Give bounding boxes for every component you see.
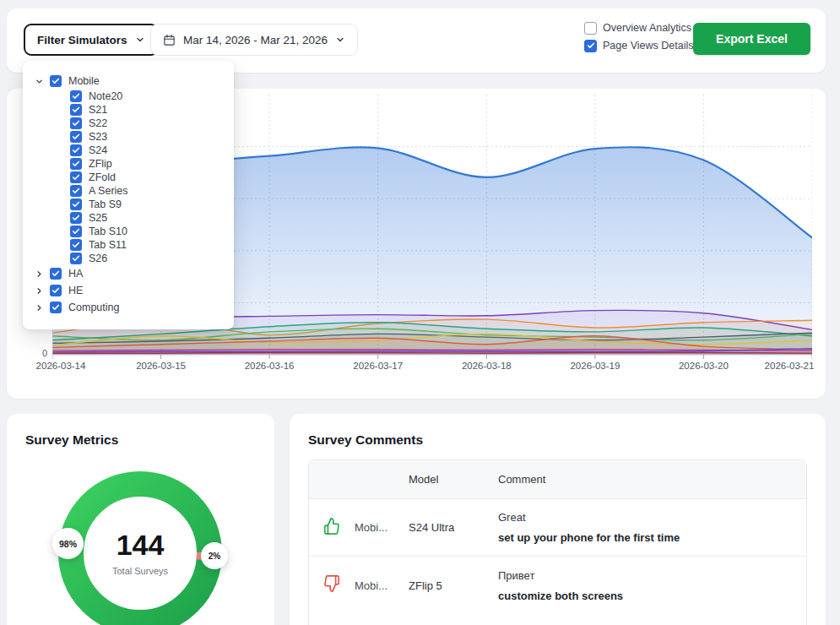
checked-checkbox-icon[interactable] bbox=[70, 171, 82, 183]
checked-checkbox-icon[interactable] bbox=[50, 268, 62, 280]
y-axis-zero-label: 0 bbox=[32, 348, 47, 358]
tree-item-computing[interactable]: Computing bbox=[23, 299, 234, 316]
checked-checkbox-icon[interactable] bbox=[70, 104, 82, 116]
calendar-icon bbox=[163, 34, 176, 46]
x-axis-label: 2026-03-16 bbox=[245, 361, 295, 371]
x-axis: 2026-03-142026-03-152026-03-162026-03-17… bbox=[52, 361, 812, 374]
view-options-group: Overview AnalyticsPage Views Details bbox=[584, 21, 693, 52]
tree-item-label: S23 bbox=[89, 131, 107, 143]
tree-item-label: S25 bbox=[89, 212, 107, 224]
tree-item-label: ZFold bbox=[89, 171, 116, 183]
tree-item-label: Mobile bbox=[68, 75, 100, 87]
table-header-row: Model Comment bbox=[309, 460, 806, 499]
table-row bbox=[309, 614, 806, 625]
checked-checkbox-icon[interactable] bbox=[70, 90, 82, 102]
checked-checkbox-icon[interactable] bbox=[50, 75, 62, 87]
chevron-down-icon bbox=[135, 35, 145, 45]
export-excel-button[interactable]: Export Excel bbox=[693, 23, 810, 55]
survey-comments-card: Survey Comments Model Comment Mobi...S24… bbox=[290, 414, 826, 625]
tree-item-he[interactable]: HE bbox=[23, 282, 234, 299]
comment-category: Mobi... bbox=[355, 579, 409, 592]
tree-item-label: A Series bbox=[89, 185, 128, 197]
tree-item-tab-s11[interactable]: Tab S11 bbox=[23, 238, 234, 252]
x-axis-label: 2026-03-15 bbox=[136, 361, 186, 371]
x-axis-label: 2026-03-19 bbox=[570, 361, 620, 371]
date-range-picker[interactable]: Mar 14, 2026 - Mar 21, 2026 bbox=[150, 24, 358, 56]
checkbox-label: Overview Analytics bbox=[603, 22, 691, 34]
tree-item-tab-s10[interactable]: Tab S10 bbox=[23, 225, 234, 238]
tree-item-label: S22 bbox=[89, 117, 107, 129]
tree-item-label: S26 bbox=[89, 253, 107, 264]
simulator-tree: MobileNote20S21S22S23S24ZFlipZFoldA Seri… bbox=[23, 73, 234, 316]
tree-item-label: S21 bbox=[89, 104, 107, 116]
checked-checkbox-icon[interactable] bbox=[70, 212, 82, 224]
tree-item-label: Tab S10 bbox=[89, 226, 127, 237]
comment-model: ZFlip 5 bbox=[409, 579, 498, 592]
donut-slice-positive bbox=[71, 484, 209, 622]
survey-metrics-title: Survey Metrics bbox=[25, 432, 118, 448]
checked-checkbox-icon[interactable] bbox=[70, 185, 82, 197]
tree-item-s21[interactable]: S21 bbox=[23, 103, 234, 117]
checked-checkbox-icon[interactable] bbox=[70, 253, 82, 264]
checked-checkbox-icon[interactable] bbox=[70, 144, 82, 156]
unchecked-checkbox-icon[interactable] bbox=[584, 22, 597, 35]
tree-item-label: Tab S9 bbox=[89, 198, 122, 210]
table-row[interactable]: Mobi...ZFlip 5Приветcustomize both scree… bbox=[309, 557, 806, 614]
checked-checkbox-icon[interactable] bbox=[70, 239, 82, 251]
series-line-crimson bbox=[52, 352, 812, 353]
tree-item-zflip[interactable]: ZFlip bbox=[23, 157, 234, 171]
x-axis-label: 2026-03-20 bbox=[679, 361, 729, 371]
checked-checkbox-icon[interactable] bbox=[70, 198, 82, 210]
tree-item-s25[interactable]: S25 bbox=[23, 211, 234, 225]
survey-metrics-card: Survey Metrics 144 Total Surveys 98% 2% bbox=[7, 414, 274, 625]
date-range-label: Mar 14, 2026 - Mar 21, 2026 bbox=[183, 34, 328, 46]
checked-checkbox-icon[interactable] bbox=[70, 158, 82, 170]
filter-simulators-dropdown: MobileNote20S21S22S23S24ZFlipZFoldA Seri… bbox=[23, 61, 234, 329]
filter-simulators-button[interactable]: Filter Simulators bbox=[24, 24, 159, 56]
comment-category: Mobi... bbox=[355, 521, 409, 534]
x-axis-label: 2026-03-21 bbox=[765, 361, 815, 371]
comment-text: Greatset up your phone for the first tim… bbox=[498, 503, 806, 552]
chevron-right-icon[interactable] bbox=[33, 269, 45, 279]
checked-checkbox-icon[interactable] bbox=[70, 226, 82, 237]
checked-checkbox-icon[interactable] bbox=[50, 302, 62, 313]
x-axis-label: 2026-03-14 bbox=[36, 361, 86, 371]
tree-item-zfold[interactable]: ZFold bbox=[23, 171, 234, 184]
tree-item-label: HA bbox=[68, 268, 83, 280]
checked-checkbox-icon[interactable] bbox=[70, 131, 82, 143]
chevron-right-icon[interactable] bbox=[33, 303, 45, 312]
checked-checkbox-icon[interactable] bbox=[70, 117, 82, 129]
tree-item-s23[interactable]: S23 bbox=[23, 130, 234, 144]
thumbs-up-icon bbox=[322, 517, 341, 539]
table-row[interactable]: Mobi...S24 UltraGreatset up your phone f… bbox=[309, 499, 806, 557]
tree-item-label: Note20 bbox=[89, 90, 122, 102]
tree-item-label: S24 bbox=[89, 144, 107, 156]
tree-item-note20[interactable]: Note20 bbox=[23, 90, 234, 103]
checked-checkbox-icon[interactable] bbox=[50, 285, 62, 296]
tree-item-a-series[interactable]: A Series bbox=[23, 184, 234, 198]
survey-comments-title: Survey Comments bbox=[308, 432, 423, 448]
x-axis-label: 2026-03-17 bbox=[353, 361, 403, 371]
checkbox-label: Page Views Details bbox=[603, 40, 693, 52]
tree-item-ha[interactable]: HA bbox=[23, 265, 234, 282]
checked-checkbox-icon[interactable] bbox=[584, 40, 597, 52]
comment-text: Приветcustomize both screens bbox=[498, 561, 806, 611]
tree-item-s26[interactable]: S26 bbox=[23, 252, 234, 265]
chevron-right-icon[interactable] bbox=[33, 286, 45, 296]
checkbox-page-views-details[interactable]: Page Views Details bbox=[584, 39, 693, 52]
tree-item-s22[interactable]: S22 bbox=[23, 117, 234, 130]
tree-item-label: Computing bbox=[68, 302, 119, 313]
comment-model: S24 Ultra bbox=[409, 521, 498, 534]
x-axis-label: 2026-03-18 bbox=[462, 361, 512, 371]
positive-percent-badge: 98% bbox=[52, 528, 84, 559]
tree-item-tab-s9[interactable]: Tab S9 bbox=[23, 198, 234, 211]
tree-item-s24[interactable]: S24 bbox=[23, 144, 234, 157]
checkbox-overview-analytics[interactable]: Overview Analytics bbox=[584, 21, 693, 35]
chevron-down-icon[interactable] bbox=[33, 77, 45, 86]
column-header-model: Model bbox=[409, 473, 498, 486]
filter-button-label: Filter Simulators bbox=[37, 34, 127, 46]
negative-percent-badge: 2% bbox=[201, 542, 228, 569]
tree-item-mobile[interactable]: Mobile bbox=[23, 73, 234, 90]
thumbs-down-icon bbox=[322, 574, 341, 596]
tree-item-label: HE bbox=[68, 285, 83, 296]
